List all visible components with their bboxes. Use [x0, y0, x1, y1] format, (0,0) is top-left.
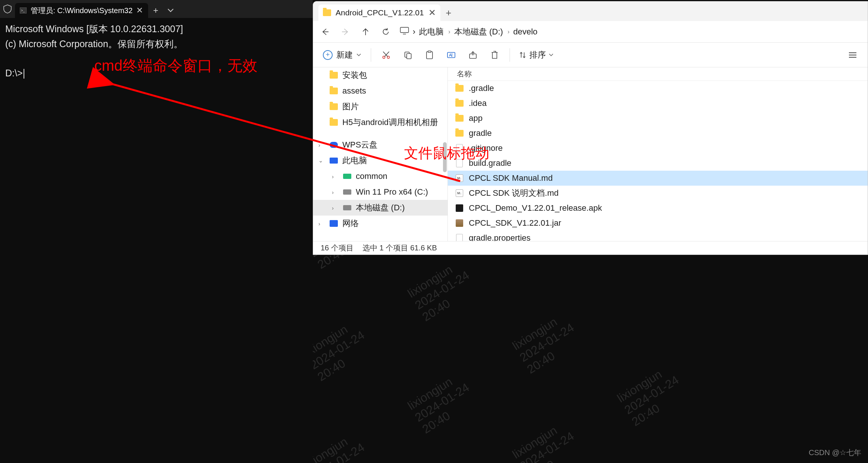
close-icon[interactable]: ✕: [136, 6, 143, 15]
file-row[interactable]: M↓CPCL SDK 说明文档.md: [448, 186, 868, 201]
svg-text:A: A: [449, 53, 452, 57]
file-row[interactable]: CPCL_SDK_V1.22.01.jar: [448, 216, 868, 231]
breadcrumb-item[interactable]: 此电脑›: [419, 26, 450, 37]
terminal-prompt: D:\>: [5, 68, 23, 78]
file-name: CPCL_Demo_V1.22.01_release.apk: [469, 203, 602, 213]
breadcrumb-item[interactable]: develo: [513, 27, 538, 37]
rename-button[interactable]: A: [441, 45, 461, 65]
chevron-right-icon: ›: [413, 27, 415, 37]
file-row[interactable]: .gradle: [448, 81, 868, 96]
explorer-toolbar: + 新建 A 排序: [313, 43, 868, 67]
new-tab-button[interactable]: +: [440, 4, 457, 21]
delete-button[interactable]: [485, 45, 504, 65]
file-name: .idea: [469, 98, 487, 108]
status-count: 16 个项目: [321, 243, 354, 253]
explorer-tab[interactable]: Android_CPCL_V1.22.01 ✕: [318, 4, 440, 21]
chevron-right-icon: ›: [332, 173, 334, 180]
file-list: 名称 .gradle.ideaappgradle.gitignorebuild.…: [448, 67, 868, 241]
cursor: [24, 69, 24, 79]
cloud-icon: [330, 142, 338, 148]
file-name: .gradle: [469, 83, 494, 93]
svg-rect-15: [428, 51, 431, 52]
svg-rect-6: [400, 27, 409, 33]
copy-button[interactable]: [398, 45, 418, 65]
cut-button[interactable]: [376, 45, 396, 65]
file-name: CPCL SDK 说明文档.md: [469, 188, 559, 199]
sidebar-item[interactable]: assets: [313, 83, 447, 99]
new-tab-button[interactable]: +: [148, 3, 163, 18]
sidebar-item-network[interactable]: ›网络: [313, 216, 447, 231]
explorer-window: Android_CPCL_V1.22.01 ✕ + › 此电脑› 本地磁盘 (D…: [313, 1, 868, 255]
file-icon: [455, 99, 464, 107]
breadcrumb-item[interactable]: 本地磁盘 (D:)›: [454, 26, 510, 37]
drive-icon: [343, 174, 351, 179]
terminal-tabbar: >_ 管理员: C:\Windows\System32 ✕ +: [0, 0, 313, 18]
file-row[interactable]: .gitignore: [448, 141, 868, 156]
new-button[interactable]: + 新建: [318, 47, 366, 63]
status-bar: 16 个项目 选中 1 个项目 61.6 KB: [313, 241, 868, 255]
sidebar-item[interactable]: 图片: [313, 99, 447, 115]
file-row[interactable]: app: [448, 111, 868, 126]
file-name: gradle.properties: [469, 233, 531, 241]
chevron-right-icon: ›: [318, 142, 320, 148]
annotation-cmd: cmd终端命令窗口，无效: [94, 55, 257, 76]
file-icon: M↓: [455, 174, 464, 182]
file-icon: M↓: [455, 189, 464, 197]
close-icon[interactable]: ✕: [428, 7, 436, 18]
drive-icon: [343, 189, 351, 195]
cmd-icon: >_: [19, 7, 27, 14]
file-name: CPCL SDK Manual.md: [469, 173, 553, 183]
up-button[interactable]: [356, 22, 375, 42]
file-row[interactable]: gradle.properties: [448, 231, 868, 241]
file-icon: [455, 84, 464, 92]
terminal-tab-title: 管理员: C:\Windows\System32: [31, 6, 132, 16]
drive-icon: [343, 205, 351, 210]
file-row[interactable]: CPCL_Demo_V1.22.01_release.apk: [448, 201, 868, 216]
file-icon: [455, 219, 464, 227]
monitor-icon: [330, 158, 338, 164]
chevron-right-icon: ›: [332, 205, 334, 211]
back-button[interactable]: [315, 22, 335, 42]
file-name: gradle: [469, 128, 492, 138]
status-selection: 选中 1 个项目 61.6 KB: [363, 243, 437, 253]
chevron-right-icon: ›: [332, 189, 334, 195]
file-icon: [455, 129, 464, 137]
file-row[interactable]: .idea: [448, 96, 868, 111]
folder-icon: [323, 9, 331, 16]
share-button[interactable]: [463, 45, 483, 65]
column-header[interactable]: 名称: [448, 67, 868, 81]
sidebar-item-drive[interactable]: ›Win 11 Pro x64 (C:): [313, 184, 447, 200]
network-icon: [330, 220, 338, 227]
paste-button[interactable]: [420, 45, 439, 65]
file-row[interactable]: build.gradle: [448, 156, 868, 171]
view-button[interactable]: [843, 45, 862, 65]
sidebar-item-drive[interactable]: ›common: [313, 168, 447, 184]
chevron-down-icon: ⌄: [318, 157, 323, 164]
file-icon: [455, 204, 464, 212]
chevron-right-icon: ›: [318, 220, 320, 227]
terminal-line: Microsoft Windows [版本 10.0.22631.3007]: [5, 24, 183, 34]
csdn-watermark: CSDN @☆七年: [809, 448, 861, 458]
forward-button[interactable]: [336, 22, 355, 42]
file-icon: [455, 114, 464, 122]
file-row[interactable]: gradle: [448, 126, 868, 141]
sidebar-item[interactable]: H5与android调用相机相册: [313, 115, 447, 130]
sort-button[interactable]: 排序: [515, 49, 557, 61]
file-name: app: [469, 113, 483, 123]
file-row[interactable]: M↓CPCL SDK Manual.md: [448, 171, 868, 186]
file-name: CPCL_SDK_V1.22.01.jar: [469, 218, 561, 228]
breadcrumb: › 此电脑› 本地磁盘 (D:)› develo: [400, 26, 538, 37]
svg-text:>_: >_: [21, 9, 25, 12]
sidebar-item-drive-selected[interactable]: ›本地磁盘 (D:): [313, 200, 447, 216]
sidebar-item[interactable]: 安装包: [313, 67, 447, 83]
annotation-drag: 文件鼠标拖动: [404, 144, 489, 163]
tab-dropdown-icon[interactable]: [163, 3, 178, 18]
terminal-tab[interactable]: >_ 管理员: C:\Windows\System32 ✕: [15, 3, 148, 18]
refresh-button[interactable]: [376, 22, 395, 42]
explorer-tab-title: Android_CPCL_V1.22.01: [336, 8, 424, 17]
svg-rect-13: [407, 54, 411, 59]
pc-icon: [400, 27, 409, 37]
terminal-line: (c) Microsoft Corporation。保留所有权利。: [5, 39, 183, 49]
plus-icon: +: [323, 50, 333, 60]
explorer-tabbar: Android_CPCL_V1.22.01 ✕ +: [313, 1, 868, 21]
